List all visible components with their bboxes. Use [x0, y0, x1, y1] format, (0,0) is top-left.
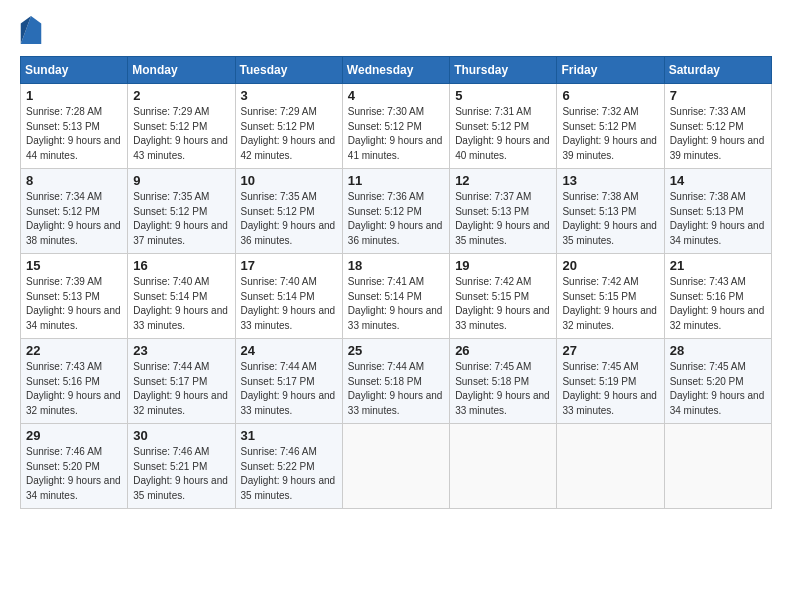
weekday-header: Saturday — [664, 57, 771, 84]
day-info: Sunrise: 7:29 AM Sunset: 5:12 PM Dayligh… — [133, 105, 229, 163]
sunset-label: Sunset: 5:12 PM — [241, 121, 315, 132]
day-info: Sunrise: 7:40 AM Sunset: 5:14 PM Dayligh… — [241, 275, 337, 333]
calendar-day-cell: 13 Sunrise: 7:38 AM Sunset: 5:13 PM Dayl… — [557, 169, 664, 254]
day-number: 28 — [670, 343, 766, 358]
day-number: 25 — [348, 343, 444, 358]
daylight-label: Daylight: 9 hours and 34 minutes. — [670, 390, 765, 416]
day-info: Sunrise: 7:45 AM Sunset: 5:20 PM Dayligh… — [670, 360, 766, 418]
day-info: Sunrise: 7:39 AM Sunset: 5:13 PM Dayligh… — [26, 275, 122, 333]
day-info: Sunrise: 7:46 AM Sunset: 5:20 PM Dayligh… — [26, 445, 122, 503]
daylight-label: Daylight: 9 hours and 40 minutes. — [455, 135, 550, 161]
sunrise-label: Sunrise: 7:45 AM — [455, 361, 531, 372]
day-number: 31 — [241, 428, 337, 443]
day-info: Sunrise: 7:44 AM Sunset: 5:18 PM Dayligh… — [348, 360, 444, 418]
daylight-label: Daylight: 9 hours and 41 minutes. — [348, 135, 443, 161]
sunrise-label: Sunrise: 7:40 AM — [133, 276, 209, 287]
sunset-label: Sunset: 5:14 PM — [241, 291, 315, 302]
sunrise-label: Sunrise: 7:45 AM — [670, 361, 746, 372]
day-number: 24 — [241, 343, 337, 358]
sunset-label: Sunset: 5:17 PM — [133, 376, 207, 387]
calendar-day-cell: 28 Sunrise: 7:45 AM Sunset: 5:20 PM Dayl… — [664, 339, 771, 424]
day-info: Sunrise: 7:35 AM Sunset: 5:12 PM Dayligh… — [241, 190, 337, 248]
calendar-day-cell — [342, 424, 449, 509]
calendar-day-cell: 6 Sunrise: 7:32 AM Sunset: 5:12 PM Dayli… — [557, 84, 664, 169]
day-info: Sunrise: 7:29 AM Sunset: 5:12 PM Dayligh… — [241, 105, 337, 163]
calendar-week-row: 29 Sunrise: 7:46 AM Sunset: 5:20 PM Dayl… — [21, 424, 772, 509]
day-info: Sunrise: 7:31 AM Sunset: 5:12 PM Dayligh… — [455, 105, 551, 163]
calendar-day-cell: 16 Sunrise: 7:40 AM Sunset: 5:14 PM Dayl… — [128, 254, 235, 339]
sunset-label: Sunset: 5:20 PM — [670, 376, 744, 387]
day-number: 14 — [670, 173, 766, 188]
sunset-label: Sunset: 5:16 PM — [670, 291, 744, 302]
sunrise-label: Sunrise: 7:41 AM — [348, 276, 424, 287]
sunrise-label: Sunrise: 7:46 AM — [26, 446, 102, 457]
calendar-day-cell: 10 Sunrise: 7:35 AM Sunset: 5:12 PM Dayl… — [235, 169, 342, 254]
calendar-day-cell: 19 Sunrise: 7:42 AM Sunset: 5:15 PM Dayl… — [450, 254, 557, 339]
weekday-header: Thursday — [450, 57, 557, 84]
day-number: 12 — [455, 173, 551, 188]
day-info: Sunrise: 7:46 AM Sunset: 5:22 PM Dayligh… — [241, 445, 337, 503]
day-info: Sunrise: 7:36 AM Sunset: 5:12 PM Dayligh… — [348, 190, 444, 248]
day-info: Sunrise: 7:38 AM Sunset: 5:13 PM Dayligh… — [670, 190, 766, 248]
day-number: 30 — [133, 428, 229, 443]
daylight-label: Daylight: 9 hours and 36 minutes. — [241, 220, 336, 246]
day-number: 7 — [670, 88, 766, 103]
sunrise-label: Sunrise: 7:38 AM — [562, 191, 638, 202]
calendar-day-cell: 27 Sunrise: 7:45 AM Sunset: 5:19 PM Dayl… — [557, 339, 664, 424]
day-info: Sunrise: 7:34 AM Sunset: 5:12 PM Dayligh… — [26, 190, 122, 248]
sunrise-label: Sunrise: 7:32 AM — [562, 106, 638, 117]
daylight-label: Daylight: 9 hours and 34 minutes. — [26, 305, 121, 331]
sunrise-label: Sunrise: 7:38 AM — [670, 191, 746, 202]
day-number: 3 — [241, 88, 337, 103]
day-number: 2 — [133, 88, 229, 103]
daylight-label: Daylight: 9 hours and 33 minutes. — [562, 390, 657, 416]
day-info: Sunrise: 7:45 AM Sunset: 5:18 PM Dayligh… — [455, 360, 551, 418]
sunset-label: Sunset: 5:13 PM — [455, 206, 529, 217]
sunrise-label: Sunrise: 7:36 AM — [348, 191, 424, 202]
daylight-label: Daylight: 9 hours and 42 minutes. — [241, 135, 336, 161]
sunset-label: Sunset: 5:13 PM — [670, 206, 744, 217]
sunset-label: Sunset: 5:12 PM — [133, 206, 207, 217]
daylight-label: Daylight: 9 hours and 33 minutes. — [241, 390, 336, 416]
sunset-label: Sunset: 5:12 PM — [455, 121, 529, 132]
day-number: 4 — [348, 88, 444, 103]
sunset-label: Sunset: 5:19 PM — [562, 376, 636, 387]
sunrise-label: Sunrise: 7:33 AM — [670, 106, 746, 117]
day-info: Sunrise: 7:30 AM Sunset: 5:12 PM Dayligh… — [348, 105, 444, 163]
sunset-label: Sunset: 5:13 PM — [26, 121, 100, 132]
sunrise-label: Sunrise: 7:42 AM — [562, 276, 638, 287]
sunrise-label: Sunrise: 7:31 AM — [455, 106, 531, 117]
day-number: 1 — [26, 88, 122, 103]
day-number: 20 — [562, 258, 658, 273]
weekday-header: Tuesday — [235, 57, 342, 84]
day-number: 23 — [133, 343, 229, 358]
sunset-label: Sunset: 5:12 PM — [670, 121, 744, 132]
sunset-label: Sunset: 5:22 PM — [241, 461, 315, 472]
daylight-label: Daylight: 9 hours and 35 minutes. — [562, 220, 657, 246]
sunrise-label: Sunrise: 7:46 AM — [241, 446, 317, 457]
sunset-label: Sunset: 5:12 PM — [241, 206, 315, 217]
sunset-label: Sunset: 5:18 PM — [455, 376, 529, 387]
day-number: 9 — [133, 173, 229, 188]
logo-icon — [20, 16, 42, 44]
daylight-label: Daylight: 9 hours and 33 minutes. — [348, 305, 443, 331]
daylight-label: Daylight: 9 hours and 44 minutes. — [26, 135, 121, 161]
sunset-label: Sunset: 5:12 PM — [562, 121, 636, 132]
sunset-label: Sunset: 5:12 PM — [26, 206, 100, 217]
sunrise-label: Sunrise: 7:45 AM — [562, 361, 638, 372]
daylight-label: Daylight: 9 hours and 36 minutes. — [348, 220, 443, 246]
weekday-header: Sunday — [21, 57, 128, 84]
daylight-label: Daylight: 9 hours and 35 minutes. — [133, 475, 228, 501]
daylight-label: Daylight: 9 hours and 38 minutes. — [26, 220, 121, 246]
calendar-day-cell: 21 Sunrise: 7:43 AM Sunset: 5:16 PM Dayl… — [664, 254, 771, 339]
day-info: Sunrise: 7:40 AM Sunset: 5:14 PM Dayligh… — [133, 275, 229, 333]
daylight-label: Daylight: 9 hours and 33 minutes. — [455, 390, 550, 416]
daylight-label: Daylight: 9 hours and 33 minutes. — [455, 305, 550, 331]
calendar-day-cell: 11 Sunrise: 7:36 AM Sunset: 5:12 PM Dayl… — [342, 169, 449, 254]
day-number: 17 — [241, 258, 337, 273]
calendar-day-cell: 4 Sunrise: 7:30 AM Sunset: 5:12 PM Dayli… — [342, 84, 449, 169]
sunset-label: Sunset: 5:15 PM — [455, 291, 529, 302]
weekday-header: Friday — [557, 57, 664, 84]
calendar-header-row: SundayMondayTuesdayWednesdayThursdayFrid… — [21, 57, 772, 84]
daylight-label: Daylight: 9 hours and 32 minutes. — [670, 305, 765, 331]
